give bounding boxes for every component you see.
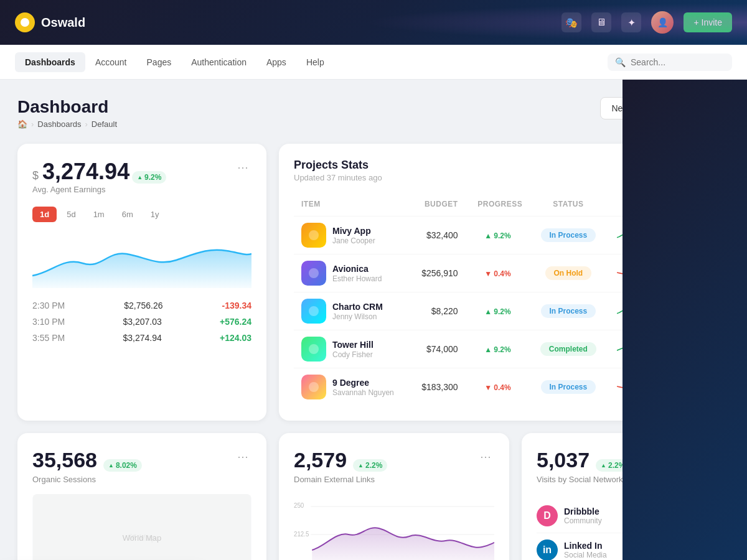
table-row: Tower Hill Cody Fisher $74,000 ▲ 9.2% Co… xyxy=(294,330,715,368)
time-label: 2:30 PM xyxy=(32,301,65,310)
topbar: Oswald 🎭 🖥 ✦ 👤 + Invite xyxy=(0,0,747,45)
reports-button[interactable]: Reports xyxy=(677,97,730,119)
logo-area: Oswald xyxy=(15,12,561,32)
view-button[interactable]: → xyxy=(684,264,702,282)
project-name: Charto CRM xyxy=(332,302,383,312)
social-type: Social Media xyxy=(564,551,607,559)
status-badge: In Process xyxy=(541,304,596,318)
main-wrapper: Dashboard 🏠 › Dashboards › Default New P… xyxy=(0,80,747,560)
social-change: 2.6% xyxy=(680,510,715,522)
page-title: Dashboard xyxy=(17,97,117,117)
project-chart xyxy=(606,254,676,292)
time-tabs: 1d 5d 1m 6m 1y xyxy=(32,207,251,222)
earnings-more-button[interactable]: ⋯ xyxy=(234,159,251,176)
social-badge: 2.2% xyxy=(596,459,630,472)
project-progress: ▲ 9.2% xyxy=(466,292,530,330)
project-view: → xyxy=(677,254,715,292)
search-input[interactable] xyxy=(631,57,724,67)
social-right: 1,088 0.4% xyxy=(654,544,715,556)
nav-pages[interactable]: Pages xyxy=(137,52,182,72)
project-status: On Hold xyxy=(530,254,606,292)
nav-items: Dashboards Account Pages Authentication … xyxy=(15,52,608,72)
change-label: +576.24 xyxy=(220,317,251,327)
nav-help[interactable]: Help xyxy=(296,52,334,72)
avatar[interactable]: 👤 xyxy=(651,11,674,34)
social-networks-amount: 5,037 2.2% xyxy=(537,448,630,472)
linkedin-icon: in xyxy=(537,539,558,560)
project-status: In Process xyxy=(530,368,606,406)
svg-point-5 xyxy=(309,306,319,316)
domain-subtitle: Domain External Links xyxy=(294,475,387,484)
table-header-row: ITEM BUDGET PROGRESS STATUS CHART VIEW xyxy=(294,195,715,217)
tab-1m[interactable]: 1m xyxy=(86,207,112,222)
project-person: Cody Fisher xyxy=(332,350,374,359)
earnings-row: 3:10 PM $3,207.03 +576.24 xyxy=(32,317,251,327)
tab-1d[interactable]: 1d xyxy=(32,207,57,222)
col-chart: CHART xyxy=(606,195,676,217)
social-left: D Dribbble Community xyxy=(537,505,602,526)
table-row: Mivy App Jane Cooper $32,400 ▲ 9.2% In P… xyxy=(294,217,715,254)
domain-amount-area: 2,579 2.2% Domain External Links xyxy=(294,448,387,494)
breadcrumb-default: Default xyxy=(92,119,117,129)
project-status: Completed xyxy=(530,330,606,368)
new-project-button[interactable]: New Project xyxy=(600,97,670,119)
invite-button[interactable]: + Invite xyxy=(684,12,732,32)
social-networks-card: 5,037 2.2% Visits by Social Networks ⋯ D… xyxy=(522,433,730,560)
social-count: 1,088 xyxy=(654,545,675,555)
share-icon[interactable]: ✦ xyxy=(621,12,641,32)
domain-more-button[interactable]: ⋯ xyxy=(477,448,494,465)
organic-more-button[interactable]: ⋯ xyxy=(234,448,251,465)
camera-icon[interactable]: 🎭 xyxy=(561,12,581,32)
history-button[interactable]: History xyxy=(671,159,715,177)
social-more-button[interactable]: ⋯ xyxy=(697,448,715,465)
col-view: VIEW xyxy=(677,195,715,217)
search-bar[interactable]: 🔍 xyxy=(608,54,732,71)
social-name: Linked In xyxy=(564,541,607,551)
project-name: Tower Hill xyxy=(332,340,374,350)
view-button[interactable]: → xyxy=(684,302,702,320)
social-type: Community xyxy=(564,516,602,525)
project-name: Mivy App xyxy=(332,226,375,236)
domain-badge: 2.2% xyxy=(353,459,387,472)
view-button[interactable]: → xyxy=(684,378,702,396)
earnings-amount: $ 3,274.94 9.2% xyxy=(32,159,166,185)
tab-5d[interactable]: 5d xyxy=(59,207,83,222)
col-status: STATUS xyxy=(530,195,606,217)
project-progress: ▲ 9.2% xyxy=(466,330,530,368)
nav-authentication[interactable]: Authentication xyxy=(181,52,256,72)
social-right: 579 2.6% xyxy=(660,510,715,522)
tab-6m[interactable]: 6m xyxy=(115,207,141,222)
view-button[interactable]: → xyxy=(684,340,702,358)
amount-label: $3,207.03 xyxy=(123,317,161,327)
table-row: Charto CRM Jenny Wilson $8,220 ▲ 9.2% In… xyxy=(294,292,715,330)
domain-value: 2,579 xyxy=(294,448,347,472)
projects-card-header: Projects Stats Updated 37 minutes ago Hi… xyxy=(294,159,715,182)
col-item: ITEM xyxy=(294,195,410,217)
projects-stats-card: Projects Stats Updated 37 minutes ago Hi… xyxy=(279,144,730,421)
breadcrumb-dashboards[interactable]: Dashboards xyxy=(37,119,81,129)
status-badge: On Hold xyxy=(545,266,592,280)
social-row-linkedin: in Linked In Social Media 1,088 0.4% xyxy=(537,533,715,560)
map-area: 🗺 Map World Map xyxy=(32,494,251,560)
project-status: In Process xyxy=(530,217,606,254)
view-button[interactable]: → xyxy=(684,226,702,244)
organic-subtitle: Organic Sessions xyxy=(32,475,142,484)
progress-badge: ▲ 9.2% xyxy=(484,231,511,240)
project-name: Avionica xyxy=(332,264,382,274)
nav-apps[interactable]: Apps xyxy=(256,52,296,72)
col-budget: BUDGET xyxy=(410,195,466,217)
organic-sessions-amount: 35,568 8.02% xyxy=(32,448,142,472)
svg-point-3 xyxy=(309,268,319,278)
social-subtitle: Visits by Social Networks xyxy=(537,475,630,484)
earnings-amount-area: $ 3,274.94 9.2% Avg. Agent Earnings xyxy=(32,159,166,204)
nav-dashboards[interactable]: Dashboards xyxy=(15,52,85,72)
project-budget: $183,300 xyxy=(410,368,466,406)
project-budget: $256,910 xyxy=(410,254,466,292)
project-view: → xyxy=(677,368,715,406)
logo-text: Oswald xyxy=(41,16,85,30)
nav-account[interactable]: Account xyxy=(85,52,137,72)
tab-1y[interactable]: 1y xyxy=(143,207,167,222)
social-change: 0.4% xyxy=(680,544,715,556)
social-info: Linked In Social Media xyxy=(564,541,607,559)
screen-icon[interactable]: 🖥 xyxy=(591,12,611,32)
